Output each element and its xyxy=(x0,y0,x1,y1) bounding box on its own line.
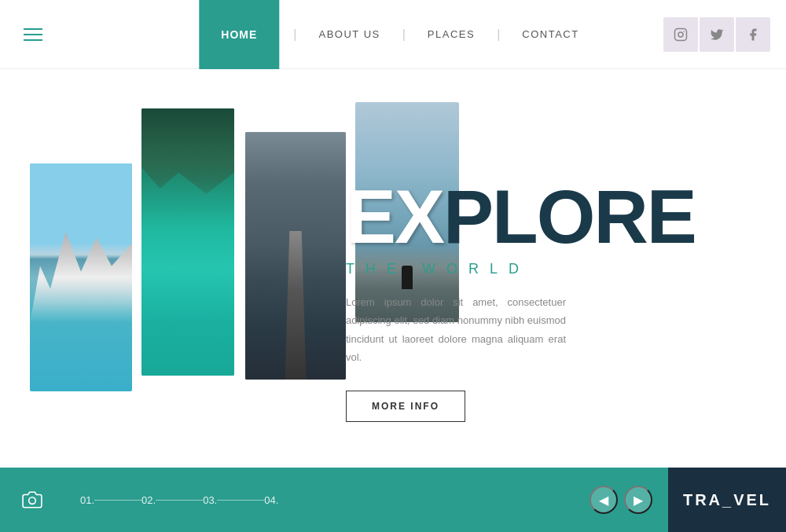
step-indicators: 01. 02. 03. 04. xyxy=(64,494,574,506)
nav-arrows: ◀ ▶ xyxy=(574,486,668,514)
prev-button[interactable]: ◀ xyxy=(590,486,618,514)
nav-about[interactable]: ABOUT US xyxy=(310,28,387,40)
social-icons xyxy=(663,17,770,52)
step-1[interactable]: 01. xyxy=(80,494,94,506)
photo-col-2 xyxy=(141,108,234,376)
nav-sep-3: | xyxy=(483,28,514,42)
explore-prefix: EX xyxy=(346,174,443,259)
hero-content: EXPLORE THE WORLD Lorem ipsum dolor sit … xyxy=(346,179,762,422)
main-content: EXPLORE THE WORLD Lorem ipsum dolor sit … xyxy=(0,69,786,468)
nav-places[interactable]: PLACES xyxy=(420,28,483,40)
brand-name: TRA_VEL xyxy=(683,491,771,509)
step-1-label: 01. xyxy=(80,494,94,506)
svg-point-1 xyxy=(678,32,683,37)
explore-suffix: PLORE xyxy=(443,174,696,259)
svg-rect-0 xyxy=(675,28,687,40)
nav-home[interactable]: HOME xyxy=(199,0,279,69)
bottom-bar: 01. 02. 03. 04. ◀ ▶ TRA_VEL xyxy=(0,468,786,532)
step-3[interactable]: 03. xyxy=(203,494,217,506)
hero-description: Lorem ipsum dolor sit amet, consectetuer… xyxy=(346,293,566,367)
nav-sep-1: | xyxy=(279,28,310,42)
explore-title: EXPLORE xyxy=(346,179,762,255)
step-4-label: 04. xyxy=(264,494,278,506)
step-2-label: 02. xyxy=(141,494,156,506)
facebook-icon[interactable] xyxy=(736,17,770,52)
hamburger-menu[interactable] xyxy=(24,28,42,41)
svg-point-2 xyxy=(683,31,685,32)
next-button[interactable]: ▶ xyxy=(624,486,652,514)
camera-icon xyxy=(22,490,42,510)
instagram-icon[interactable] xyxy=(663,17,698,52)
boat-photo xyxy=(245,132,346,380)
header: HOME | ABOUT US | PLACES | CONTACT xyxy=(0,0,786,69)
twitter-icon[interactable] xyxy=(700,17,734,52)
mountain-photo xyxy=(30,163,132,391)
lake-photo xyxy=(141,108,234,376)
nav-contact[interactable]: CONTACT xyxy=(514,28,586,40)
nav-sep-2: | xyxy=(388,28,420,42)
step-line-2 xyxy=(156,500,203,501)
brand-tag: TRA_VEL xyxy=(668,468,786,532)
photo-col-1 xyxy=(30,163,132,391)
step-2[interactable]: 02. xyxy=(141,494,156,506)
more-info-button[interactable]: MORE INFO xyxy=(346,391,465,422)
step-line-3 xyxy=(217,500,264,501)
step-line-1 xyxy=(94,500,141,501)
step-3-label: 03. xyxy=(203,494,217,506)
camera-icon-wrap xyxy=(0,468,64,532)
tagline: THE WORLD xyxy=(346,261,762,277)
svg-point-3 xyxy=(29,497,36,504)
step-4[interactable]: 04. xyxy=(264,494,278,506)
main-nav: HOME | ABOUT US | PLACES | CONTACT xyxy=(199,0,586,69)
photo-col-3 xyxy=(245,132,346,380)
